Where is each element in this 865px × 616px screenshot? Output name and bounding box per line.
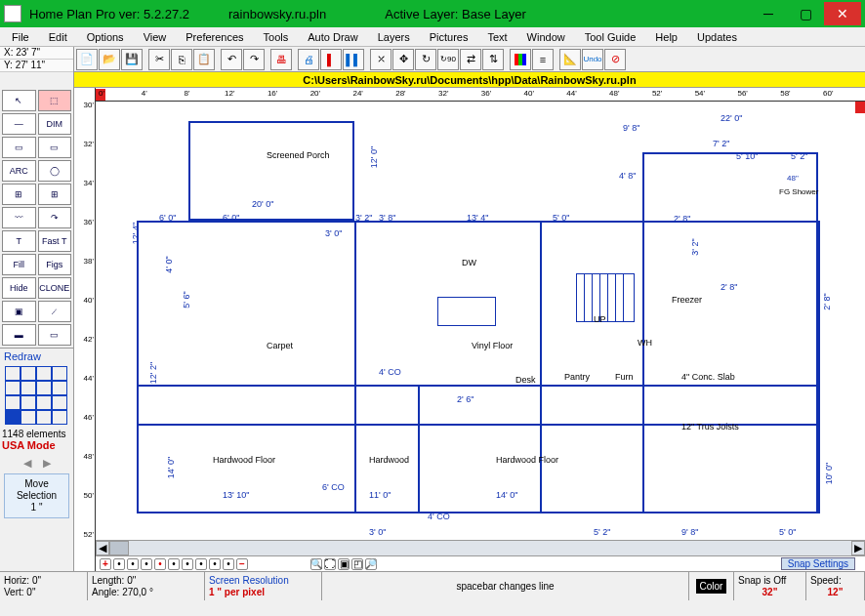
tool-10[interactable]: 〰: [2, 207, 36, 228]
menu-options[interactable]: Options: [77, 29, 134, 45]
fade-button[interactable]: ⤫: [370, 49, 391, 70]
drawing-canvas[interactable]: Screened PorchCarpetVinyl FloorPantryFur…: [96, 102, 865, 540]
tool-16[interactable]: Hide: [2, 277, 36, 299]
new-file-button[interactable]: 📄: [76, 49, 98, 70]
hruler-tick: 36': [481, 89, 491, 98]
tool-13[interactable]: Fast T: [38, 230, 72, 252]
status-bar: Horiz: 0" Vert: 0" Length: 0" Angle: 270…: [0, 571, 865, 600]
menu-text[interactable]: Text: [477, 29, 516, 45]
rotate-90-button[interactable]: ↻90: [437, 49, 459, 70]
snap-dot-8[interactable]: •: [209, 558, 221, 570]
paste-button[interactable]: 📋: [193, 49, 215, 70]
measure-button[interactable]: 📐: [559, 49, 581, 70]
redraw-button[interactable]: Redraw: [0, 348, 73, 364]
scroll-left-button[interactable]: ◀: [96, 541, 109, 555]
tool-8[interactable]: ⊞: [2, 184, 36, 205]
color-button[interactable]: Color: [696, 579, 727, 594]
tool-21[interactable]: ▭: [38, 324, 72, 346]
tool-14[interactable]: Fill: [2, 254, 36, 275]
open-file-button[interactable]: 📂: [99, 49, 120, 70]
nudge-right-button[interactable]: ▶: [43, 457, 51, 470]
copy-button[interactable]: ⎘: [171, 49, 192, 70]
snap-dot-5[interactable]: •: [168, 558, 180, 570]
menu-auto-draw[interactable]: Auto Draw: [298, 29, 367, 45]
menu-updates[interactable]: Updates: [687, 29, 747, 45]
snap-dot-6[interactable]: •: [182, 558, 193, 570]
coord-x: X: 23' 7": [0, 47, 73, 60]
horizontal-scrollbar[interactable]: ◀ ▶: [96, 540, 865, 555]
menu-layers[interactable]: Layers: [368, 29, 420, 45]
lines-button[interactable]: ≡: [532, 49, 554, 70]
tool-2[interactable]: —: [2, 113, 36, 135]
zoom-out-button[interactable]: 🔎: [365, 558, 377, 570]
close-button[interactable]: ✕: [824, 2, 861, 25]
tool-0[interactable]: ↖: [2, 90, 36, 111]
tool-7[interactable]: ◯: [38, 160, 72, 182]
zoom-fit-button[interactable]: ⛶: [324, 558, 336, 570]
dimension-label: 5' 0": [553, 213, 569, 223]
tool-3[interactable]: DIM: [38, 113, 72, 135]
menu-window[interactable]: Window: [517, 29, 575, 45]
printer-button[interactable]: 🖨: [298, 49, 319, 70]
redo-button[interactable]: ↷: [243, 49, 265, 70]
snap-dot-2[interactable]: •: [127, 558, 139, 570]
scroll-right-button[interactable]: ▶: [851, 541, 865, 555]
pattern-grid[interactable]: [5, 366, 69, 427]
menu-file[interactable]: File: [2, 29, 39, 45]
tool-18[interactable]: ▣: [2, 301, 36, 322]
room-label: Desk: [515, 375, 536, 385]
tool-4[interactable]: ▭: [2, 137, 36, 158]
rotate-button[interactable]: ↻: [415, 49, 436, 70]
hatch-button[interactable]: ▌▌: [343, 49, 364, 70]
snap-dot-1[interactable]: •: [113, 558, 125, 570]
nudge-left-button[interactable]: ◀: [23, 457, 31, 470]
save-file-button[interactable]: 💾: [121, 49, 143, 70]
menu-edit[interactable]: Edit: [39, 29, 77, 45]
tool-6[interactable]: ARC: [2, 160, 36, 182]
rgb-button[interactable]: [510, 49, 531, 70]
move-button[interactable]: ✥: [392, 49, 414, 70]
tool-17[interactable]: CLONE: [38, 277, 72, 299]
move-selection-panel[interactable]: Move Selection 1 ": [4, 473, 69, 518]
zoom-in-button[interactable]: 🔍: [310, 558, 322, 570]
menu-help[interactable]: Help: [645, 29, 687, 45]
status-res-label: Screen Resolution: [209, 575, 317, 587]
mirror-v-button[interactable]: ⇅: [482, 49, 504, 70]
scroll-thumb[interactable]: [109, 541, 129, 555]
undo-button[interactable]: ↶: [221, 49, 242, 70]
tool-12[interactable]: T: [2, 230, 36, 252]
dimension-label: 9' 8": [623, 123, 639, 133]
snap-dot-4[interactable]: •: [154, 558, 166, 570]
tool-15[interactable]: Figs: [38, 254, 72, 275]
menu-tools[interactable]: Tools: [254, 29, 299, 45]
snap-dot-3[interactable]: •: [141, 558, 152, 570]
snap-plus-button[interactable]: +: [100, 558, 111, 570]
menu-view[interactable]: View: [134, 29, 177, 45]
status-snap-value: 32": [738, 587, 802, 598]
menu-tool-guide[interactable]: Tool Guide: [575, 29, 646, 45]
snap-dot-9[interactable]: •: [223, 558, 234, 570]
vruler-tick: 42': [84, 336, 94, 344]
snap-dot-7[interactable]: •: [195, 558, 207, 570]
tool-11[interactable]: ↷: [38, 207, 72, 228]
tool-5[interactable]: ▭: [38, 137, 72, 158]
zoom-actual-button[interactable]: ▣: [338, 558, 350, 570]
cut-button[interactable]: ✂: [148, 49, 170, 70]
tool-1[interactable]: ⬚: [38, 90, 72, 111]
undo-pill-button[interactable]: Undo: [582, 49, 603, 70]
tool-19[interactable]: ⟋: [38, 301, 72, 322]
zoom-region-button[interactable]: ◰: [351, 558, 363, 570]
door-button[interactable]: ▌: [320, 49, 342, 70]
menu-pictures[interactable]: Pictures: [420, 29, 478, 45]
print-preview-button[interactable]: 🖶: [270, 49, 292, 70]
mirror-h-button[interactable]: ⇄: [460, 49, 481, 70]
snap-settings-button[interactable]: Snap Settings: [781, 557, 855, 570]
no-entry-button[interactable]: ⊘: [604, 49, 626, 70]
snap-minus-button[interactable]: −: [236, 558, 248, 570]
tool-20[interactable]: ▬: [2, 324, 36, 346]
minimize-button[interactable]: ─: [750, 2, 787, 25]
workspace: ↖⬚—DIM▭▭ARC◯⊞⊞〰↷TFast TFillFigsHideCLONE…: [0, 88, 865, 571]
maximize-button[interactable]: ▢: [787, 2, 824, 25]
tool-9[interactable]: ⊞: [38, 184, 72, 205]
menu-preferences[interactable]: Preferences: [176, 29, 253, 45]
